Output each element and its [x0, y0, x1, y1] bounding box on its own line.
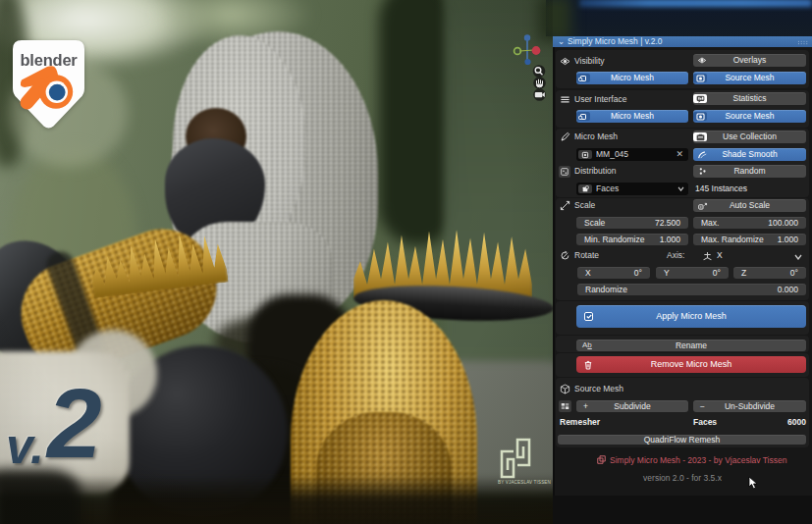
svg-text:blender: blender [20, 51, 78, 69]
